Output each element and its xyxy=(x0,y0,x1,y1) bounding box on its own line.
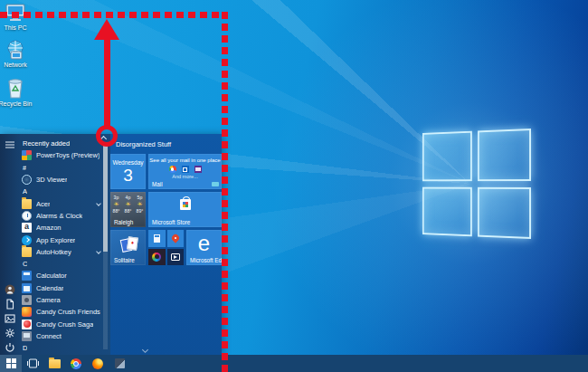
task-view-icon xyxy=(27,358,39,368)
network-icon xyxy=(4,39,27,61)
weather-tile-label: Raleigh xyxy=(114,219,133,225)
tiles-area: Disorganized Stuff Wednesday 3 See all y… xyxy=(110,134,222,355)
app-list-item-candy-crush-saga[interactable]: Candy Crush Saga xyxy=(22,318,102,329)
notes-app-button[interactable] xyxy=(109,355,130,372)
windows-logo-pane xyxy=(478,129,531,181)
edge-logo: e xyxy=(186,230,222,257)
gmail-icon xyxy=(169,166,176,173)
desktop-icon-label: Network xyxy=(4,62,27,68)
power-button[interactable] xyxy=(5,342,15,353)
tile-calendar[interactable]: Wednesday 3 xyxy=(110,154,146,189)
this-pc-icon xyxy=(4,2,27,24)
pictures-button[interactable] xyxy=(5,313,15,324)
app-list: Recently added PowerToys (Preview) # 3D … xyxy=(22,138,102,354)
start-button[interactable] xyxy=(0,355,22,372)
solitaire-cards-icon xyxy=(121,237,138,252)
store-bag-icon xyxy=(180,199,191,210)
3d-viewer-icon xyxy=(22,175,32,185)
menu-icon xyxy=(5,141,14,148)
app-list-item-acer[interactable]: Acer xyxy=(22,197,102,209)
chevron-down-icon xyxy=(96,201,101,206)
solitaire-tile-label: Solitaire xyxy=(114,257,135,263)
candy-crush-friends-icon xyxy=(22,307,32,317)
documents-button[interactable] xyxy=(5,299,15,310)
app-list-item-autohotkey[interactable]: AutoHotkey xyxy=(22,246,102,258)
tile-mail[interactable]: See all your mail in one place And more.… xyxy=(148,154,222,189)
firefox-button[interactable] xyxy=(87,355,109,372)
app-explorer-icon xyxy=(22,235,32,245)
mail-tile-headline: See all your mail in one place xyxy=(148,157,222,163)
app-list-item-app-explorer[interactable]: App Explorer xyxy=(22,234,102,245)
calendar-tile-day: Wednesday xyxy=(110,159,146,166)
calculator-icon xyxy=(22,271,32,281)
app-list-item-3d-viewer[interactable]: 3D Viewer xyxy=(22,174,102,186)
calendar-icon xyxy=(22,283,32,293)
tile-microsoft-edge[interactable]: e Microsoft Edge xyxy=(186,230,222,265)
weather-forecast: 3p 4p 5p ☀ ☀ ☀ 88° 88° 89° xyxy=(110,195,146,215)
tile-maps-small[interactable] xyxy=(167,230,185,247)
alarms-clock-icon xyxy=(22,211,32,221)
settings-icon xyxy=(5,328,15,339)
windows-logo-pane xyxy=(422,186,471,236)
app-list-header-hash[interactable]: # xyxy=(22,162,102,174)
desktop-icon-network[interactable]: Network xyxy=(0,39,33,68)
sun-icon: ☀ xyxy=(122,201,134,208)
outlook-icon xyxy=(194,166,202,173)
calculator-icon xyxy=(154,234,160,243)
windows-desktop: This PC Network Recycle Bin xyxy=(0,0,588,372)
tile-weather[interactable]: 3p 4p 5p ☀ ☀ ☀ 88° 88° 89° Raleigh xyxy=(110,192,146,227)
amazon-icon xyxy=(22,223,32,233)
desktop-icon-this-pc[interactable]: This PC xyxy=(0,2,33,31)
task-view-button[interactable] xyxy=(22,355,43,372)
app-list-item-calculator[interactable]: Calculator xyxy=(22,270,102,281)
tile-group-title[interactable]: Disorganized Stuff xyxy=(116,140,171,148)
app-list-header-d[interactable]: D xyxy=(22,342,102,354)
taskbar xyxy=(0,355,588,372)
notes-icon xyxy=(115,358,125,368)
app-list-item-amazon[interactable]: Amazon xyxy=(22,222,102,234)
tile-calculator-small[interactable] xyxy=(148,230,166,247)
file-explorer-icon xyxy=(49,359,61,368)
candy-crush-saga-icon xyxy=(22,320,32,329)
desktop-icon-recycle-bin[interactable]: Recycle Bin xyxy=(0,76,33,107)
app-list-item-alarms-clock[interactable]: Alarms & Clock xyxy=(22,210,102,222)
desktop-icons: This PC Network Recycle Bin xyxy=(0,2,31,107)
app-list-header-a[interactable]: A xyxy=(22,186,102,197)
folder-icon xyxy=(22,199,32,209)
expand-menu-button[interactable] xyxy=(0,138,20,152)
app-list-scrollbar-thumb[interactable] xyxy=(103,145,108,252)
app-list-item-camera[interactable]: Camera xyxy=(22,294,102,306)
edge-tile-label: Microsoft Edge xyxy=(190,257,222,263)
mail-tile-service-icons xyxy=(148,166,222,173)
powertoys-icon xyxy=(22,150,32,160)
tile-solitaire[interactable]: Solitaire xyxy=(110,230,146,265)
folder-icon xyxy=(22,247,32,257)
groove-music-icon xyxy=(152,253,161,262)
chrome-button[interactable] xyxy=(65,355,87,372)
sun-icon: ☀ xyxy=(110,201,122,208)
power-icon xyxy=(5,342,15,353)
tile-microsoft-store[interactable]: Microsoft Store xyxy=(148,192,222,227)
camera-icon xyxy=(22,295,32,305)
app-list-item-calendar[interactable]: Calendar xyxy=(22,282,102,294)
store-tile-label: Microsoft Store xyxy=(152,219,190,225)
app-list-header-recently-added: Recently added xyxy=(22,138,102,149)
app-list-scrollbar[interactable] xyxy=(103,143,108,349)
documents-icon xyxy=(5,299,15,310)
desktop-icon-label: This PC xyxy=(5,24,27,31)
movies-tv-icon xyxy=(171,253,180,261)
app-list-item-connect[interactable]: Connect xyxy=(22,330,102,342)
user-account-button[interactable] xyxy=(5,284,15,295)
app-list-item-powertoys[interactable]: PowerToys (Preview) xyxy=(22,149,102,161)
calendar-tile-date: 3 xyxy=(110,166,146,185)
tile-groove-music-small[interactable] xyxy=(148,249,166,266)
file-explorer-button[interactable] xyxy=(43,355,65,372)
app-list-item-candy-crush-friends[interactable]: Candy Crush Friends xyxy=(22,306,102,318)
windows-logo-wallpaper xyxy=(422,129,531,239)
settings-button[interactable] xyxy=(5,328,15,339)
app-list-header-c[interactable]: C xyxy=(22,258,102,270)
tiles-scroll-chevron-icon[interactable] xyxy=(142,347,148,353)
tile-movies-tv-small[interactable] xyxy=(167,249,185,266)
connect-icon xyxy=(22,331,32,341)
mail-tile-more-text: And more... xyxy=(148,174,222,179)
